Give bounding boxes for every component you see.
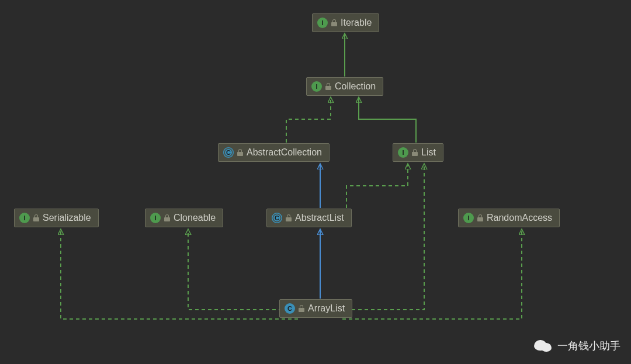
lock-icon <box>237 149 243 156</box>
node-label: AbstractCollection <box>247 147 322 158</box>
edge-list-collection <box>359 97 416 143</box>
interface-icon: I <box>317 18 328 28</box>
lock-icon <box>299 305 304 312</box>
node-label: Iterable <box>341 18 372 28</box>
node-label: Collection <box>335 81 376 92</box>
node-cloneable[interactable]: I Cloneable <box>145 209 223 227</box>
node-label: RandomAccess <box>487 213 552 223</box>
lock-icon <box>412 149 418 156</box>
class-icon: C <box>285 303 295 314</box>
interface-icon: I <box>463 213 474 223</box>
node-label: Serializable <box>43 213 91 223</box>
edge-abstractlist-list <box>346 164 408 208</box>
node-collection[interactable]: I Collection <box>306 77 383 96</box>
lock-icon <box>477 214 483 221</box>
lock-icon <box>286 214 292 221</box>
node-label: Cloneable <box>174 213 216 223</box>
edge-arraylist-list <box>339 164 424 310</box>
abstract-class-icon: C <box>272 213 282 223</box>
abstract-class-icon: C <box>223 147 234 158</box>
node-randomaccess[interactable]: I RandomAccess <box>458 209 560 227</box>
watermark: 一角钱小助手 <box>534 338 620 353</box>
node-label: AbstractList <box>295 213 344 223</box>
interface-icon: I <box>19 213 30 223</box>
node-abstractlist[interactable]: C AbstractList <box>266 209 352 227</box>
class-hierarchy-diagram: I Iterable I Collection C AbstractCollec… <box>0 0 631 364</box>
node-iterable[interactable]: I Iterable <box>312 13 379 32</box>
wechat-icon <box>534 338 553 353</box>
lock-icon <box>164 214 170 221</box>
interface-icon: I <box>150 213 161 223</box>
lock-icon <box>325 83 331 90</box>
interface-icon: I <box>398 147 408 158</box>
node-list[interactable]: I List <box>393 143 443 162</box>
edge-abstractcollection-collection <box>286 97 331 143</box>
node-serializable[interactable]: I Serializable <box>14 209 99 227</box>
node-label: ArrayList <box>308 303 345 314</box>
lock-icon <box>331 19 337 26</box>
node-abstractcollection[interactable]: C AbstractCollection <box>218 143 330 162</box>
watermark-text: 一角钱小助手 <box>557 339 620 353</box>
interface-icon: I <box>311 81 322 92</box>
node-label: List <box>421 147 436 158</box>
edge-arraylist-cloneable <box>188 229 301 310</box>
edge-arraylist-serializable <box>61 229 298 319</box>
edge-arraylist-randomaccess <box>342 229 522 319</box>
node-arraylist[interactable]: C ArrayList <box>279 299 352 318</box>
lock-icon <box>33 214 39 221</box>
